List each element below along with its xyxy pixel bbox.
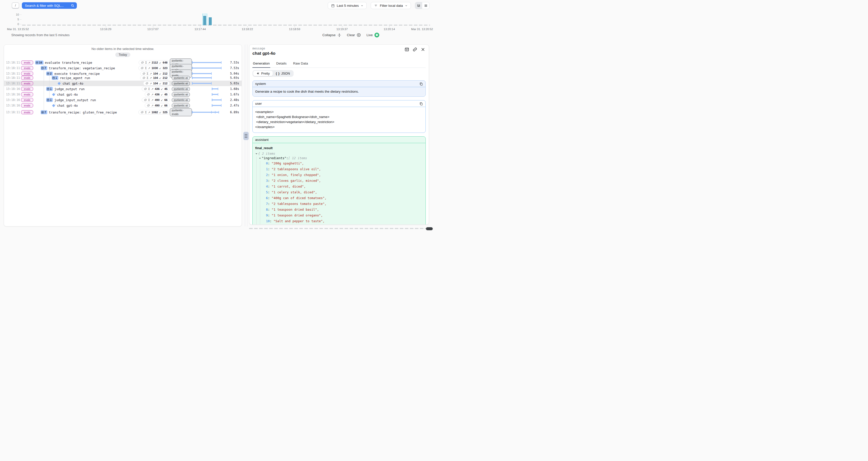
row-timestamp: 13:18:16 — [6, 87, 21, 91]
array-value: 1 celery stalk, diced — [272, 190, 317, 194]
object-summary: { 2 items — [258, 151, 275, 156]
output-tokens-icon: ↙ — [159, 66, 161, 69]
time-range-select[interactable]: Last 5 minutes — [328, 2, 367, 9]
tree-view-icon — [417, 4, 421, 7]
trace-row[interactable]: 13:18:11 evals 7 transform_recipe: veget… — [4, 64, 242, 69]
output-tokens-icon: ↙ — [161, 87, 163, 90]
trace-row[interactable]: 13:18:11 evals 1 recipe_agent run Σ ↗104… — [4, 75, 242, 81]
evals-badge: evals — [21, 87, 33, 91]
json-array-item: 5: 1 celery stalk, diced — [255, 189, 423, 195]
scope-tag: pydantic-evals — [170, 108, 192, 116]
list-view-toggle[interactable] — [422, 2, 429, 9]
row-timestamp: 13:18:11 — [6, 72, 21, 75]
y-axis-tick-label: 5 — [12, 18, 19, 21]
tab-raw-data[interactable]: Raw Data — [292, 62, 308, 67]
trace-row[interactable]: 13:18:16 evals chat gpt-4o ↗436 ↙45 pyda… — [4, 92, 242, 97]
collapse-chip[interactable]: 16 — [35, 61, 43, 64]
close-icon[interactable] — [421, 47, 425, 52]
collapse-minus-icon — [47, 88, 49, 90]
x-axis-tick-label: 13:18:59 — [289, 28, 300, 31]
chart-zero-line — [22, 25, 430, 26]
trace-row-selected[interactable]: 13:18:11 evals chat gpt-4o ↗104 ↙212 pyd… — [4, 81, 242, 86]
search-button-label: Search & filter with SQL... — [25, 4, 64, 7]
json-array-item: 7: 2 tablespoons tomato paste — [255, 201, 423, 207]
copy-icon[interactable] — [420, 102, 423, 105]
json-toggle[interactable]: { } JSON — [273, 71, 293, 76]
token-metrics-chip: Σ ↗1082 ↙325 — [138, 110, 170, 115]
system-message-text: Generate a recipe to cook the dish that … — [253, 87, 426, 96]
row-timestamp: 13:18:11 — [6, 61, 21, 64]
scope-tag: pydantic-ai — [172, 87, 190, 91]
chevron-down-icon — [405, 4, 408, 7]
duration: 6.89s — [225, 111, 239, 114]
collapse-chip[interactable]: 1 — [52, 76, 58, 80]
x-axis-tick-label: Mar 31. 13:15:52 — [7, 28, 29, 31]
row-timestamp: 13:18:16 — [6, 98, 21, 102]
system-message-card: system Generate a recipe to cook the dis… — [252, 80, 426, 97]
record-title: chat gpt-4o — [252, 51, 426, 56]
array-index: 3 — [266, 179, 268, 183]
filter-local-data-select[interactable]: Filter local data — [371, 2, 411, 9]
input-tokens-icon: ↗ — [148, 111, 150, 114]
span-label: judge_output run — [54, 87, 84, 91]
pretty-toggle[interactable]: Pretty — [253, 71, 273, 76]
list-view-icon — [424, 4, 428, 7]
x-axis-tick-label: 13:18:22 — [242, 28, 253, 31]
trace-row[interactable]: 13:18:11 evals 2 execute transform_recip… — [4, 69, 242, 75]
live-toggle[interactable]: Live — [366, 33, 379, 37]
collapse-minus-icon — [36, 62, 38, 64]
search-button[interactable]: Search & filter with SQL... — [22, 2, 77, 9]
collapse-chip[interactable]: 1 — [46, 87, 53, 91]
child-count: 7 — [44, 66, 46, 69]
histogram-bar[interactable] — [209, 17, 212, 25]
array-index: 2 — [266, 173, 268, 177]
collapse-chip[interactable]: 1 — [46, 98, 53, 102]
array-index: 8 — [266, 208, 268, 211]
collapse-chip[interactable]: 2 — [46, 71, 53, 75]
duration: 1.67s — [225, 93, 239, 96]
json-array-item: 11: Parmesan cheese, grated (optional) — [255, 224, 423, 225]
duration: 7.53s — [225, 61, 239, 64]
tab-details[interactable]: Details — [276, 62, 287, 67]
expand-chip[interactable]: 7 — [41, 110, 47, 114]
json-array-item: 4: 1 carrot, diced — [255, 184, 423, 189]
scrollbar-thumb[interactable] — [426, 227, 433, 230]
array-index: 5 — [266, 190, 268, 194]
tree-view-toggle[interactable] — [415, 2, 422, 9]
clear-button[interactable]: Clear — [347, 33, 361, 37]
json-array-item: 6: 400g can of diced tomatoes — [255, 195, 423, 201]
tokens-icon — [146, 82, 149, 85]
tokens-icon — [144, 98, 147, 101]
sigma-icon: Σ — [148, 98, 150, 101]
tokens-icon — [144, 87, 147, 90]
input-tokens: 490 — [155, 104, 159, 107]
dock-panel-icon[interactable] — [405, 47, 409, 52]
array-index: 0 — [266, 161, 268, 165]
gantt-track — [192, 111, 225, 114]
array-value: 1 carrot, diced — [272, 185, 306, 188]
copy-icon[interactable] — [420, 82, 423, 86]
panel-resize-handle[interactable] — [243, 132, 249, 140]
token-metrics-chip: Σ ↗436 ↙45 — [142, 87, 170, 91]
evals-badge: evals — [21, 61, 33, 64]
trace-row[interactable]: 13:18:11 evals 16 evaluate transform_rec… — [4, 59, 242, 64]
timeline-histogram[interactable]: 10 5 0 Mar 31. 13:15:52 13:16:29 13:17:0… — [0, 13, 434, 31]
chevron-down-icon[interactable] — [259, 157, 261, 159]
histogram-bar[interactable] — [203, 16, 206, 25]
trace-row[interactable]: 13:18:16 evals 1 judge_output run Σ ↗436… — [4, 86, 242, 92]
input-tokens: 104 — [153, 72, 158, 75]
tab-generation[interactable]: Generation — [252, 62, 270, 68]
trace-row[interactable]: 13:18:16 evals 1 judge_input_output run … — [4, 97, 242, 103]
trace-row[interactable]: 13:18:16 evals chat gpt-4o ↗490 ↙66 pyda… — [4, 103, 242, 108]
evals-badge: evals — [21, 92, 33, 96]
chevron-down-icon[interactable] — [255, 152, 258, 155]
collapse-chip[interactable]: 7 — [41, 66, 47, 70]
trace-row[interactable]: 13:18:11 evals 7 transform_recipe: glute… — [4, 108, 242, 114]
final-result-label: final_result — [255, 146, 423, 150]
copy-link-icon[interactable] — [413, 47, 417, 52]
collapse-button[interactable]: Collapse — [322, 33, 341, 37]
braces-icon: { } — [276, 72, 280, 75]
sigma-icon: Σ — [148, 87, 150, 90]
duration: 5.03s — [225, 82, 239, 85]
evals-badge: evals — [21, 76, 33, 80]
